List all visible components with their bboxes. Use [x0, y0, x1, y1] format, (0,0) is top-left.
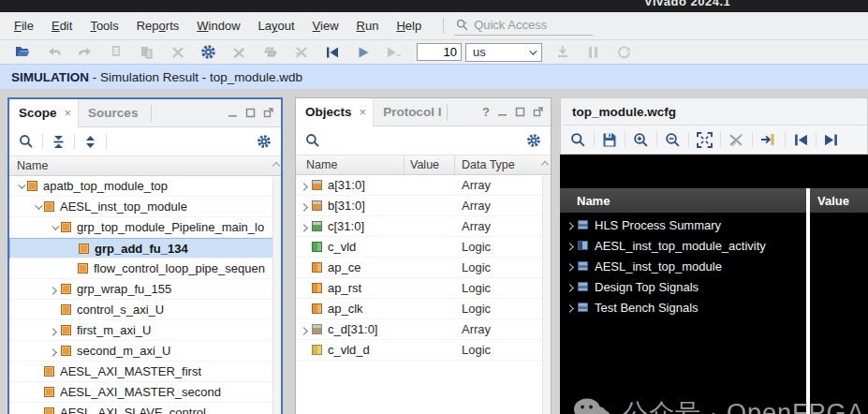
expander-icon[interactable] [564, 263, 578, 269]
collapse-all-icon[interactable] [51, 135, 66, 149]
scope-tree-row[interactable]: grp_add_fu_134 [9, 238, 281, 259]
expander-icon[interactable] [13, 184, 27, 189]
expander-icon[interactable] [47, 225, 61, 230]
menu-window[interactable]: Window [197, 19, 240, 33]
expander-icon[interactable] [298, 327, 312, 333]
objects-row[interactable]: ap_rstLogic [296, 278, 551, 299]
expander-icon[interactable] [564, 222, 578, 228]
tab-objects[interactable]: Objects × [296, 98, 374, 126]
objects-row[interactable]: a[31:0]Array [296, 175, 551, 196]
expander-icon[interactable] [564, 304, 578, 310]
restart-button[interactable] [324, 44, 340, 60]
menu-layout[interactable]: Layout [258, 19, 295, 33]
wave-column-name[interactable]: Name [560, 188, 806, 213]
run-for-button[interactable] [386, 44, 402, 60]
expander-icon[interactable] [298, 203, 312, 209]
scope-tree-row[interactable]: apatb_top_module_top [9, 176, 281, 197]
swap-cursor-icon[interactable] [728, 132, 744, 148]
help-icon[interactable]: ? [482, 105, 490, 119]
delete-icon[interactable] [169, 44, 185, 60]
expander-icon[interactable] [30, 204, 44, 210]
tab-scope[interactable]: Scope × [9, 99, 79, 127]
next-transition-icon[interactable] [824, 133, 839, 147]
scope-tree-row[interactable]: first_m_axi_U [9, 320, 281, 341]
wave-column-value[interactable]: Value [810, 188, 868, 213]
gear-icon[interactable] [526, 133, 541, 148]
float-icon[interactable] [533, 107, 543, 117]
expander-icon[interactable] [298, 224, 312, 229]
expander-icon[interactable] [298, 183, 312, 188]
time-unit-select[interactable]: us [465, 43, 542, 62]
run-all-button[interactable] [355, 44, 371, 60]
open-project-button[interactable] [15, 44, 31, 60]
zoom-in-icon[interactable] [633, 132, 649, 148]
save-icon[interactable] [602, 132, 617, 147]
expander-icon[interactable] [47, 328, 61, 333]
expander-icon[interactable] [564, 243, 578, 248]
redo-button[interactable] [77, 44, 93, 60]
close-icon[interactable]: × [65, 106, 72, 120]
objects-row[interactable]: c[31:0]Array [296, 216, 551, 237]
paste-icon[interactable] [139, 44, 154, 60]
column-header-value[interactable]: Value [405, 155, 455, 174]
scope-tree-row[interactable]: AESL_AXI_MASTER_first [9, 362, 281, 382]
expander-icon[interactable] [564, 284, 578, 289]
objects-scrollbar[interactable] [542, 176, 551, 414]
menu-reports[interactable]: Reports [137, 19, 180, 33]
column-header-type[interactable]: Data Type [455, 158, 551, 171]
relaunch-button[interactable] [616, 44, 632, 60]
step-button[interactable] [554, 44, 570, 60]
column-header-name[interactable]: Name [296, 155, 405, 174]
go-to-transition-icon[interactable] [760, 132, 777, 147]
float-icon[interactable] [263, 108, 273, 118]
wave-group-row[interactable]: AESL_inst_top_module_activity [560, 235, 806, 256]
previous-transition-icon[interactable] [793, 133, 808, 147]
scope-tree-row[interactable]: second_m_axi_U [9, 341, 281, 362]
scope-tree-row[interactable]: AESL_AXI_SLAVE_control [9, 403, 281, 414]
menu-help[interactable]: Help [396, 19, 421, 33]
menu-edit[interactable]: Edit [51, 19, 72, 33]
zoom-fit-icon[interactable] [697, 132, 713, 148]
undo-button[interactable] [46, 44, 62, 60]
maximize-icon[interactable] [515, 107, 525, 117]
wave-group-row[interactable]: HLS Process Summary [560, 214, 806, 235]
menu-run[interactable]: Run [357, 19, 379, 33]
cancel-icon[interactable] [293, 44, 309, 60]
search-icon[interactable] [19, 134, 34, 149]
objects-row[interactable]: ap_ceLogic [296, 258, 551, 278]
objects-row[interactable]: ap_clkLogic [296, 299, 551, 319]
scope-tree-row[interactable]: control_s_axi_U [9, 300, 281, 320]
wave-group-row[interactable]: AESL_inst_top_module [560, 256, 806, 276]
scroll-up-icon[interactable] [272, 162, 280, 170]
scope-tree-row[interactable]: AESL_inst_top_module [9, 197, 281, 217]
menu-view[interactable]: View [313, 19, 339, 33]
gear-icon[interactable] [257, 134, 272, 149]
menu-file[interactable]: File [14, 19, 34, 33]
validate-icon[interactable] [231, 44, 247, 60]
wave-group-row[interactable]: Test Bench Signals [560, 297, 806, 318]
minimize-icon[interactable] [497, 107, 508, 117]
scope-scrollbar[interactable] [272, 177, 281, 414]
search-icon[interactable] [305, 133, 320, 148]
wave-group-row[interactable]: Design Top Signals [560, 276, 806, 297]
expander-icon[interactable] [47, 287, 61, 292]
run-time-input[interactable] [417, 43, 462, 61]
minimize-icon[interactable] [228, 108, 238, 118]
quick-access-search[interactable]: Quick Access [454, 16, 593, 36]
scope-tree-row[interactable]: grp_wrap_fu_155 [9, 279, 281, 300]
settings-gear-button[interactable] [200, 44, 216, 60]
tab-sources[interactable]: Sources [79, 106, 147, 120]
menu-tools[interactable]: Tools [90, 19, 118, 33]
break-button[interactable] [585, 44, 601, 60]
copy-icon[interactable] [108, 44, 124, 60]
objects-row[interactable]: c_vld_dLogic [296, 340, 551, 361]
search-icon[interactable] [570, 132, 586, 148]
scope-name-header[interactable]: Name [9, 156, 281, 176]
scope-tree-row[interactable]: flow_control_loop_pipe_sequen [9, 259, 281, 279]
scope-tree-row[interactable]: grp_top_module_Pipeline_main_lo [9, 217, 281, 238]
objects-row[interactable]: c_d[31:0]Array [296, 319, 551, 340]
zoom-out-icon[interactable] [665, 132, 681, 148]
close-icon[interactable]: × [360, 105, 367, 119]
maximize-icon[interactable] [245, 108, 256, 118]
scope-tree-row[interactable]: AESL_AXI_MASTER_second [9, 382, 281, 403]
